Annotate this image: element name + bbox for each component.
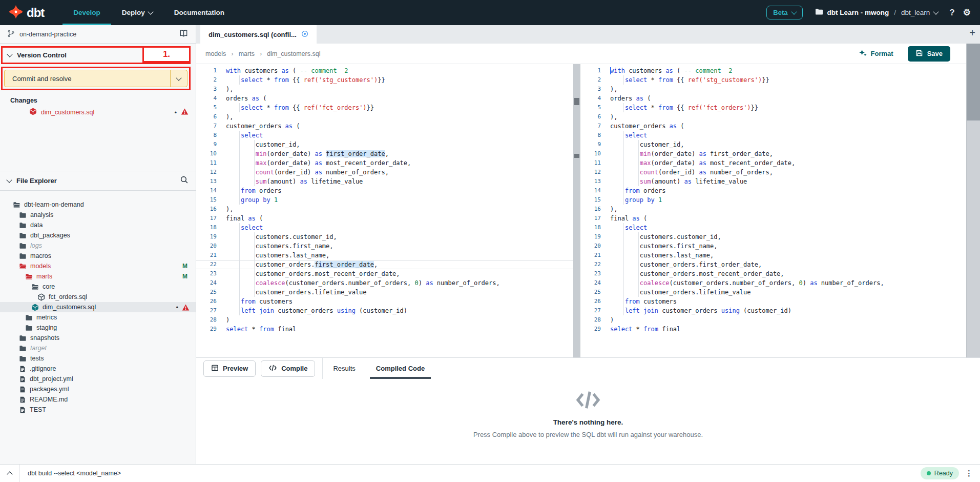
code-line[interactable]: 25 customer_orders.lifetime_value (580, 288, 966, 297)
chevron-down-icon[interactable] (7, 51, 12, 57)
book-icon[interactable] (179, 29, 189, 39)
file-tree-item[interactable]: dim_customers.sql• (0, 302, 196, 312)
breadcrumb-item[interactable]: models (205, 50, 226, 57)
code-line[interactable]: 28) (196, 315, 573, 325)
code-line[interactable]: 18 select (580, 223, 966, 232)
account-project-selector[interactable]: dbt Learn - mwong / dbt_learn (815, 8, 939, 17)
tab-results[interactable]: Results (323, 358, 365, 379)
code-line[interactable]: 12 count(order_id) as number_of_orders, (580, 168, 966, 177)
file-tree-item[interactable]: snapshots (0, 333, 196, 343)
diff-left-pane[interactable]: 1with customers as ( -- comment 22 selec… (196, 64, 573, 357)
file-tree-item[interactable]: fct_orders.sql (0, 292, 196, 302)
file-tree-item[interactable]: packages.yml (0, 384, 196, 394)
commit-and-resolve-button[interactable]: Commit and resolve (4, 70, 187, 87)
code-line[interactable]: 11 max(order_date) as most_recent_order_… (196, 158, 573, 168)
code-line[interactable]: 27 left join customer_orders using (cust… (196, 306, 573, 315)
code-line[interactable]: 20 customers.first_name, (580, 242, 966, 251)
code-line[interactable]: 21 customers.last_name, (196, 251, 573, 260)
version-control-header[interactable]: Version Control (17, 51, 67, 59)
code-line[interactable]: 17final as ( (196, 214, 573, 223)
save-button[interactable]: Save (908, 46, 950, 62)
editor-tab[interactable]: dim_customers.sql (confli... (200, 25, 317, 44)
scrollbar-thumb[interactable] (967, 44, 980, 120)
dbt-logo[interactable]: dbt (0, 4, 49, 22)
code-line[interactable]: 8 select (196, 131, 573, 140)
breadcrumb-item[interactable]: marts (239, 50, 255, 57)
code-line[interactable]: 22 customer_orders.first_order_date, (580, 260, 966, 269)
code-line[interactable]: 6), (580, 112, 966, 122)
code-line[interactable]: 14 from orders (580, 186, 966, 195)
code-line[interactable]: 7customer_orders as ( (196, 122, 573, 131)
code-line[interactable]: 3), (580, 85, 966, 94)
file-tree-item[interactable]: tests (0, 353, 196, 364)
file-tree-item[interactable]: modelsM (0, 261, 196, 271)
code-line[interactable]: 2 select * from {{ ref('stg_customers')}… (580, 75, 966, 85)
file-tree-item[interactable]: logs (0, 240, 196, 251)
code-line[interactable]: 10 min(order_date) as first_order_date, (196, 149, 573, 158)
file-tree-item[interactable]: metrics (0, 312, 196, 323)
file-tree-item[interactable]: target (0, 343, 196, 353)
gear-icon[interactable]: ⚙ (963, 7, 971, 18)
code-line[interactable]: 11 max(order_date) as most_recent_order_… (580, 158, 966, 168)
file-tree-item[interactable]: dbt_packages (0, 230, 196, 240)
code-line[interactable]: 4orders as ( (580, 94, 966, 103)
code-line[interactable]: 9 customer_id, (580, 140, 966, 149)
editor-vertical-scrollbar[interactable] (966, 44, 980, 357)
code-line[interactable]: 1with customers as ( -- comment 2 (196, 66, 573, 75)
code-line[interactable]: 20 customers.first_name, (196, 242, 573, 251)
file-tree-item[interactable]: dbt-learn-on-demand (0, 199, 196, 210)
code-line[interactable]: 16), (196, 205, 573, 214)
code-line[interactable]: 8 select (580, 131, 966, 140)
format-button[interactable]: Format (859, 49, 893, 59)
code-line[interactable]: 26 from customers (196, 297, 573, 306)
command-input[interactable]: dbt build --select <model_name> (28, 470, 121, 477)
code-line[interactable]: 7customer_orders as ( (580, 122, 966, 131)
code-line[interactable]: 9 customer_id, (196, 140, 573, 149)
file-tree-item[interactable]: analysis (0, 210, 196, 220)
tab-compiled-code[interactable]: Compiled Code (366, 358, 435, 379)
kebab-menu-icon[interactable]: ⋮ (965, 469, 973, 478)
nav-deploy[interactable]: Deploy (111, 0, 163, 25)
chevron-up-icon[interactable] (0, 470, 19, 476)
code-line[interactable]: 15 group by 1 (196, 195, 573, 205)
nav-documentation[interactable]: Documentation (163, 0, 235, 25)
code-line[interactable]: 1with customers as ( -- comment 2 (580, 66, 966, 75)
file-tree-item[interactable]: core (0, 282, 196, 292)
code-line[interactable]: 2 select * from {{ ref('stg_customers')}… (196, 75, 573, 85)
code-line[interactable]: 10 min(order_date) as first_order_date, (580, 149, 966, 158)
file-tree-item[interactable]: macros (0, 251, 196, 261)
file-tree-item[interactable]: martsM (0, 271, 196, 282)
nav-develop[interactable]: Develop (62, 0, 111, 25)
code-line[interactable]: 27 left join customer_orders using (cust… (580, 306, 966, 315)
code-line[interactable]: 5 select * from {{ ref('fct_orders')}} (580, 103, 966, 112)
code-line[interactable]: 16), (580, 205, 966, 214)
code-line[interactable]: 19 customers.customer_id, (580, 232, 966, 242)
file-tree-item[interactable]: data (0, 220, 196, 230)
code-line[interactable]: 28) (580, 315, 966, 325)
file-tree-item[interactable]: .gitignore (0, 364, 196, 374)
code-line[interactable]: 19 customers.customer_id, (196, 232, 573, 242)
file-explorer-header[interactable]: File Explorer (0, 171, 196, 191)
new-tab-button[interactable]: + (969, 27, 975, 39)
code-line[interactable]: 24 coalesce(customer_orders.number_of_or… (580, 278, 966, 288)
scrollbar-thumb[interactable] (574, 154, 579, 158)
code-line[interactable]: 23 customer_orders.most_recent_order_dat… (196, 269, 573, 278)
code-line[interactable]: 14 from orders (196, 186, 573, 195)
breadcrumb-item[interactable]: dim_customers.sql (267, 50, 320, 57)
code-line[interactable]: 13 sum(amount) as lifetime_value (580, 177, 966, 186)
code-line[interactable]: 4orders as ( (196, 94, 573, 103)
compile-button[interactable]: Compile (261, 360, 315, 377)
changed-file-row[interactable]: dim_customers.sql • (0, 106, 196, 118)
beta-toggle[interactable]: Beta (766, 6, 802, 19)
preview-button[interactable]: Preview (203, 360, 256, 377)
code-line[interactable]: 5 select * from {{ ref('fct_orders')}} (196, 103, 573, 112)
code-line[interactable]: 6), (196, 112, 573, 122)
pane-scrollbar[interactable] (573, 64, 580, 357)
diff-right-pane[interactable]: 1with customers as ( -- comment 22 selec… (580, 64, 966, 357)
file-tree-item[interactable]: README.md (0, 394, 196, 405)
scrollbar-thumb[interactable] (574, 98, 579, 105)
code-line[interactable]: 17final as ( (580, 214, 966, 223)
code-line[interactable]: 18 select (196, 223, 573, 232)
code-line[interactable]: 21 customers.last_name, (580, 251, 966, 260)
file-tree-item[interactable]: staging (0, 323, 196, 333)
